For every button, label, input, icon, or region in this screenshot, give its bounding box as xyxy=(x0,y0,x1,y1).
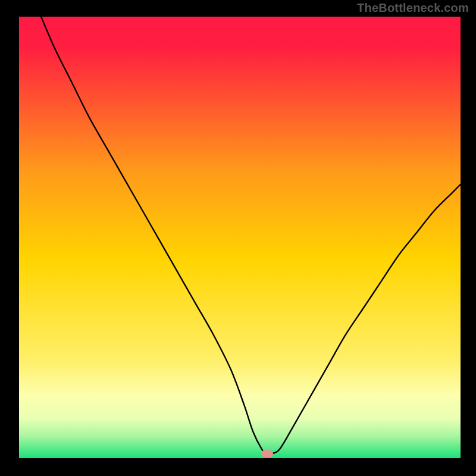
optimum-marker xyxy=(261,450,273,458)
chart-svg xyxy=(0,0,476,476)
bottleneck-chart: TheBottleneck.com xyxy=(0,0,476,476)
watermark-text: TheBottleneck.com xyxy=(357,1,469,15)
